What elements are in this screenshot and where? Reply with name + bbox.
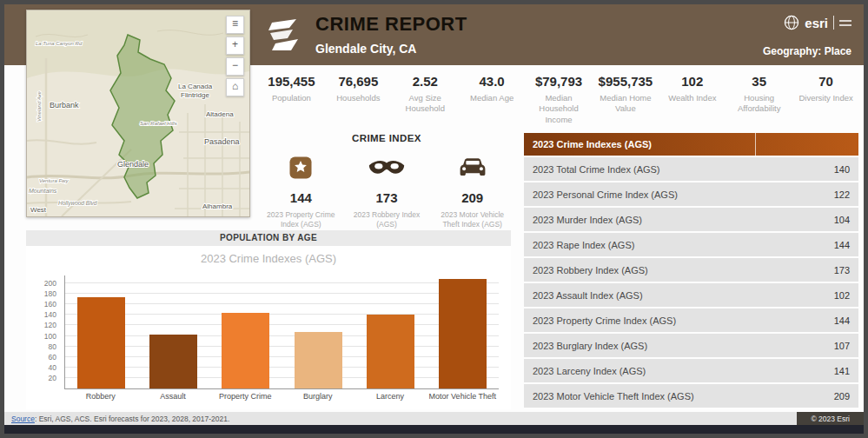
crime-index-mvt: 209 2023 Motor Vehicle Theft Index (AGS) — [429, 154, 515, 229]
kpi-wealth-index: 102Wealth Index — [659, 74, 726, 125]
bar-burglary[interactable] — [295, 332, 342, 388]
kpi-row: 195,455Population 76,695Households 2.52A… — [258, 74, 859, 125]
map-label: West — [30, 206, 47, 214]
bar-robbery[interactable] — [77, 297, 125, 388]
y-tick-label: 60 — [49, 353, 56, 362]
kpi-label: Housing Affordability — [728, 93, 790, 115]
map-canvas[interactable]: BurbankGlendaleLa CanadaFlintridgeAltade… — [27, 10, 249, 216]
bar-chart: 20406080100120140160180200 — [64, 275, 499, 389]
map-label: Ventura Fwy — [39, 178, 69, 183]
y-tick-label: 180 — [44, 289, 56, 298]
kpi-value: $955,735 — [594, 74, 656, 89]
source-link[interactable]: Source — [11, 415, 35, 423]
kpi-value: 43.0 — [461, 74, 523, 89]
esri-logo: esri — [784, 15, 851, 30]
esri-wordmark: esri — [805, 16, 828, 30]
row-label: 2023 Motor Vehicle Theft Index (AGS) — [533, 391, 694, 402]
crime-index-value: 209 — [461, 190, 483, 205]
kpi-value: 70 — [795, 74, 857, 89]
map-label: Burbank — [50, 101, 79, 110]
esri-divider — [833, 16, 834, 30]
map-label: San Rafael Hills — [140, 121, 177, 126]
table-row: 2023 Robbery Index (AGS)173 — [524, 258, 858, 282]
row-label: 2023 Burglary Index (AGS) — [533, 341, 647, 351]
kpi-housing-affordability: 35Housing Affordability — [726, 74, 792, 125]
row-label: 2023 Murder Index (AGS) — [533, 215, 642, 225]
row-label: 2023 Rape Index (AGS) — [533, 240, 634, 250]
map-label: La Canada — [178, 83, 213, 90]
bar-larceny[interactable] — [367, 315, 414, 388]
kpi-diversity-index: 70Diversity Index — [792, 74, 859, 125]
kpi-label: Wealth Index — [661, 93, 723, 103]
footer-bar: Source: Esri, AGS, ACS. Esri forecasts f… — [4, 412, 864, 425]
row-label: 2023 Total Crime Index (AGS) — [533, 164, 660, 175]
crime-index-title: CRIME INDEX — [258, 133, 515, 143]
x-axis-label: Larceny — [354, 392, 426, 406]
row-value: 104 — [834, 215, 850, 225]
zoom-in-button[interactable]: + — [226, 36, 244, 55]
car-icon — [457, 154, 488, 182]
row-value: 107 — [834, 341, 850, 351]
table-row: 2023 Motor Vehicle Theft Index (AGS)209 — [524, 384, 858, 408]
mask-icon — [368, 154, 406, 182]
kpi-median-household-income: $79,793Median Household Income — [526, 74, 593, 125]
row-value: 144 — [834, 240, 850, 250]
y-tick-label: 140 — [44, 310, 56, 319]
map-panel[interactable]: BurbankGlendaleLa CanadaFlintridgeAltade… — [26, 10, 250, 217]
row-value: 140 — [834, 164, 850, 175]
row-label: 2023 Property Crime Index (AGS) — [533, 315, 676, 326]
crime-index-value: 144 — [290, 190, 312, 205]
table-row: 2023 Larceny Index (AGS)141 — [524, 359, 858, 382]
kpi-value: 2.52 — [394, 74, 456, 89]
y-tick-label: 160 — [44, 300, 56, 309]
kpi-households: 76,695Households — [325, 74, 392, 125]
bar-assault[interactable] — [149, 335, 197, 388]
table-row: 2023 Rape Index (AGS)144 — [524, 233, 858, 256]
legend-button[interactable]: ≡ — [226, 16, 244, 34]
home-button[interactable]: ⌂ — [226, 78, 244, 96]
badge-icon — [288, 154, 314, 182]
table-row: 2023 Property Crime Index (AGS)144 — [524, 309, 858, 332]
kpi-population: 195,455Population — [258, 74, 325, 125]
crime-index-label: 2023 Motor Vehicle Theft Index (AGS) — [433, 210, 513, 229]
bar-motor-vehicle-theft[interactable] — [439, 279, 487, 388]
kpi-label: Population — [261, 93, 322, 103]
kpi-median-home-value: $955,735Median Home Value — [592, 74, 659, 125]
kpi-label: Households — [328, 93, 389, 103]
kpi-value: 76,695 — [328, 74, 389, 89]
page-subtitle: Glendale City, CA — [315, 42, 467, 56]
y-tick-label: 200 — [44, 279, 56, 288]
y-tick-label: 40 — [49, 363, 56, 372]
zoom-out-button[interactable]: − — [226, 57, 244, 76]
kpi-label: Median Household Income — [528, 93, 590, 125]
kpi-label: Median Age — [461, 93, 523, 103]
x-axis-label: Assault — [136, 392, 209, 406]
chart-panel-title: POPULATION BY AGE — [26, 230, 511, 246]
y-tick-label: 120 — [44, 321, 56, 329]
y-axis: 20406080100120140160180200 — [32, 275, 62, 388]
row-value: 122 — [834, 189, 850, 200]
table-row: 2023 Murder Index (AGS)104 — [524, 208, 858, 231]
row-value: 209 — [834, 391, 850, 402]
source-text: : Esri, AGS, ACS. Esri forecasts for 202… — [35, 415, 229, 423]
copyright: © 2023 Esri — [797, 412, 864, 425]
bar-property-crime[interactable] — [222, 313, 269, 388]
y-tick-label: 80 — [49, 342, 56, 351]
crime-index-label: 2023 Robbery Index (AGS) — [347, 210, 427, 229]
table-header: 2023 Crime Indexes (AGS) — [524, 133, 858, 156]
row-value: 173 — [834, 265, 850, 275]
y-tick-label: 20 — [49, 374, 56, 382]
map-label: Alhambra — [202, 202, 233, 210]
esri-tagline — [839, 20, 851, 26]
crime-index-panel: CRIME INDEX 144 2023 Property Crime Inde… — [258, 133, 515, 229]
row-label: 2023 Personal Crime Index (AGS) — [533, 189, 678, 200]
chart-panel: POPULATION BY AGE 2023 Crime Indexes (AG… — [26, 230, 511, 409]
globe-icon — [784, 15, 799, 30]
row-label: 2023 Robbery Index (AGS) — [533, 265, 648, 275]
table-row: 2023 Personal Crime Index (AGS)122 — [524, 182, 858, 206]
crime-index-label: 2023 Property Crime Index (AGS) — [261, 210, 341, 229]
kpi-label: Diversity Index — [795, 93, 857, 103]
x-axis-label: Burglary — [282, 392, 354, 406]
crime-indexes-table: 2023 Crime Indexes (AGS) 2023 Total Crim… — [524, 133, 858, 408]
crime-index-value: 173 — [375, 190, 397, 205]
